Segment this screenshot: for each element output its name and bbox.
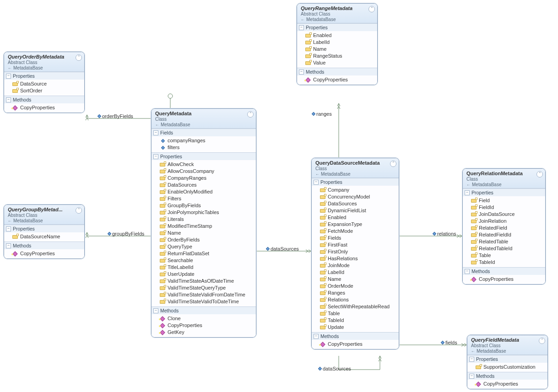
property-item[interactable]: Table [312, 310, 399, 317]
field-item[interactable]: filters [152, 144, 256, 151]
class-header[interactable]: QueryOrderByMetadata Abstract Class Meta… [4, 52, 84, 72]
section-header[interactable]: −Methods [152, 307, 256, 314]
property-item[interactable]: OrderMode [312, 283, 399, 290]
property-item[interactable]: AllowCheck [152, 161, 256, 168]
property-item[interactable]: JoinMode [312, 262, 399, 269]
property-item[interactable]: ModifiedTimeStamp [152, 223, 256, 230]
section-header[interactable]: −Methods [4, 242, 84, 249]
method-item[interactable]: CopyProperties [4, 250, 84, 257]
property-item[interactable]: Update [312, 324, 399, 331]
property-item[interactable]: Enabled [312, 214, 399, 221]
property-item[interactable]: Filters [152, 195, 256, 202]
property-item[interactable]: GroupByFields [152, 202, 256, 209]
collapse-icon[interactable]: ⌃ [539, 338, 545, 344]
property-item[interactable]: RelatedFieldId [463, 231, 545, 238]
property-item[interactable]: DynamicFieldList [312, 207, 399, 214]
property-item[interactable]: Name [312, 276, 399, 283]
property-item[interactable]: Name [152, 230, 256, 236]
collapse-icon[interactable]: ⌃ [247, 111, 254, 118]
property-item[interactable]: ValidTimeStateQueryType [152, 285, 256, 291]
property-item[interactable]: ValidTimeStateValidToDateTime [152, 298, 256, 305]
property-item[interactable]: Company [312, 187, 399, 193]
property-item[interactable]: FetchMode [312, 228, 399, 235]
property-item[interactable]: SelectWithRepeatableRead [312, 303, 399, 310]
property-item[interactable]: TableId [312, 317, 399, 324]
class-querygroupbymetadata[interactable]: QueryGroupByMetad... Abstract Class Meta… [4, 204, 85, 259]
class-header[interactable]: QueryMetadata Class MetadataBase ⌃ [152, 109, 256, 129]
method-item[interactable]: CopyProperties [312, 341, 399, 348]
method-item[interactable]: CopyProperties [152, 322, 256, 329]
property-item[interactable]: JoinPolymorphicTables [152, 209, 256, 216]
class-queryrelationmetadata[interactable]: QueryRelationMetadata Class MetadataBase… [462, 168, 546, 285]
property-item[interactable]: Field [463, 197, 545, 204]
property-item[interactable]: QueryType [152, 243, 256, 250]
class-header[interactable]: QueryGroupByMetad... Abstract Class Meta… [4, 205, 84, 225]
property-item[interactable]: LabelId [312, 269, 399, 276]
class-header[interactable]: QueryFieldMetadata Abstract Class Metada… [467, 335, 547, 355]
property-item[interactable]: TableId [463, 259, 545, 266]
collapse-icon[interactable]: ⌃ [536, 171, 543, 177]
section-header[interactable]: −Methods [463, 268, 545, 275]
property-item[interactable]: OrderByFields [152, 236, 256, 243]
property-item[interactable]: JoinRelation [463, 218, 545, 225]
collapse-icon[interactable]: ⌃ [368, 6, 375, 12]
property-item[interactable]: Literals [152, 216, 256, 223]
property-item[interactable]: SupportsCustomization [467, 364, 547, 371]
collapse-icon[interactable]: ⌃ [76, 207, 82, 214]
section-header[interactable]: −Properties [467, 355, 547, 363]
property-item[interactable]: DataSource [4, 81, 84, 87]
method-item[interactable]: Clone [152, 315, 256, 322]
section-header[interactable]: −Properties [4, 225, 84, 232]
method-item[interactable]: CopyProperties [297, 76, 377, 83]
property-item[interactable]: FieldId [463, 204, 545, 211]
method-item[interactable]: CopyProperties [463, 276, 545, 283]
class-querymetadata[interactable]: QueryMetadata Class MetadataBase ⌃ −Fiel… [151, 108, 256, 338]
collapse-icon[interactable]: ⌃ [76, 54, 82, 61]
property-item[interactable]: ValidTimeStateAsOfDateTime [152, 278, 256, 285]
property-item[interactable]: EnableOnlyModified [152, 188, 256, 195]
property-item[interactable]: JoinDataSource [463, 211, 545, 218]
property-item[interactable]: Name [297, 46, 377, 53]
property-item[interactable]: Searchable [152, 257, 256, 264]
property-item[interactable]: FirstOnly [312, 248, 399, 255]
property-item[interactable]: LabelId [297, 39, 377, 46]
class-queryrangemetadata[interactable]: QueryRangeMetadata Abstract Class Metada… [297, 3, 378, 85]
property-item[interactable]: ValidTimeStateValidFromDateTime [152, 291, 256, 298]
property-item[interactable]: Value [297, 59, 377, 66]
section-header[interactable]: −Methods [312, 333, 399, 340]
property-item[interactable]: Fields [312, 235, 399, 242]
property-item[interactable]: RangeStatus [297, 53, 377, 59]
class-querydatasourcemetadata[interactable]: QueryDataSourceMetadata Class MetadataBa… [311, 158, 399, 349]
property-item[interactable]: Relations [312, 296, 399, 303]
section-header[interactable]: −Properties [152, 153, 256, 160]
property-item[interactable]: Enabled [297, 32, 377, 39]
section-header[interactable]: −Properties [463, 189, 545, 196]
class-header[interactable]: QueryRelationMetadata Class MetadataBase… [463, 169, 545, 188]
property-item[interactable]: DataSources [312, 200, 399, 207]
section-header[interactable]: −Properties [297, 24, 377, 31]
property-item[interactable]: RelatedField [463, 225, 545, 231]
field-item[interactable]: companyRanges [152, 137, 256, 144]
property-item[interactable]: RelatedTableId [463, 245, 545, 252]
property-item[interactable]: ExpansionType [312, 221, 399, 228]
property-item[interactable]: FirstFast [312, 242, 399, 248]
class-queryfieldmetadata[interactable]: QueryFieldMetadata Abstract Class Metada… [467, 335, 548, 389]
property-item[interactable]: Ranges [312, 290, 399, 296]
property-item[interactable]: DataSourceName [4, 233, 84, 240]
section-header[interactable]: −Properties [312, 178, 399, 186]
section-header[interactable]: −Fields [152, 129, 256, 136]
property-item[interactable]: ReturnFlatDataSet [152, 250, 256, 257]
method-item[interactable]: CopyProperties [467, 381, 547, 387]
property-item[interactable]: Table [463, 252, 545, 259]
property-item[interactable]: ConcurrencyModel [312, 193, 399, 200]
method-item[interactable]: GetKey [152, 329, 256, 336]
property-item[interactable]: RelatedTable [463, 238, 545, 245]
section-header[interactable]: −Properties [4, 72, 84, 80]
section-header[interactable]: −Methods [297, 68, 377, 75]
method-item[interactable]: CopyProperties [4, 104, 84, 111]
property-item[interactable]: SortOrder [4, 87, 84, 94]
class-header[interactable]: QueryRangeMetadata Abstract Class Metada… [297, 4, 377, 23]
property-item[interactable]: DataSources [152, 182, 256, 188]
class-header[interactable]: QueryDataSourceMetadata Class MetadataBa… [312, 158, 399, 178]
property-item[interactable]: TitleLabelId [152, 264, 256, 271]
